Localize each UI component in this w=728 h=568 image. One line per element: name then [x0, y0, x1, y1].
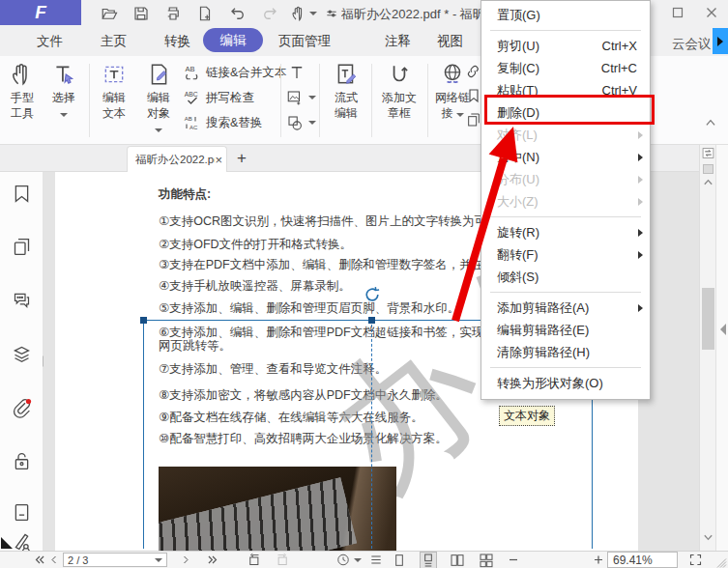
- split-view-icon[interactable]: [702, 146, 714, 160]
- edit-text-button[interactable]: 编辑文本: [94, 60, 134, 121]
- menu-item-add-clip-path[interactable]: 添加剪辑路径(A): [481, 297, 650, 319]
- add-text-button[interactable]: [288, 62, 306, 83]
- redo-icon[interactable]: [261, 5, 278, 22]
- bookmarks-panel-icon[interactable]: [12, 184, 32, 204]
- link-icon[interactable]: [466, 64, 481, 79]
- vertical-scrollbar[interactable]: [699, 145, 715, 551]
- menu-item-size[interactable]: 大小(Z): [481, 190, 650, 213]
- undo-icon[interactable]: [229, 5, 247, 22]
- read-mode-clock-icon[interactable]: [336, 553, 350, 567]
- menu-tab-file[interactable]: 文件: [37, 32, 63, 51]
- scrollbar-box[interactable]: [703, 164, 713, 174]
- link-merge-text-button[interactable]: AB 链接&合并文本: [184, 62, 286, 83]
- more-tabs-button[interactable]: [713, 28, 728, 54]
- search-replace-button[interactable]: ABAC 搜索&替换: [184, 112, 262, 133]
- menu-item-clear-clip-path[interactable]: 清除剪辑路径(H): [481, 341, 650, 363]
- layers-panel-icon[interactable]: [12, 343, 32, 363]
- first-page-icon[interactable]: [33, 553, 46, 567]
- copy-page-icon[interactable]: [466, 112, 481, 128]
- clock-dropdown-caret[interactable]: [354, 558, 362, 562]
- next-page-icon[interactable]: [180, 553, 191, 567]
- menu-item-shear[interactable]: 倾斜(S): [481, 266, 650, 288]
- edit-object-dropdown-caret[interactable]: [155, 128, 162, 132]
- pages-panel-icon[interactable]: [12, 237, 32, 257]
- zoom-out-icon[interactable]: [508, 553, 519, 567]
- save-icon[interactable]: [132, 5, 150, 22]
- scroll-down-icon[interactable]: [703, 533, 713, 542]
- menu-item-edit-clip-path[interactable]: 编辑剪辑路径(E): [481, 319, 650, 341]
- single-page-view-icon[interactable]: [392, 553, 407, 568]
- edit-text-label: 编辑文本: [100, 90, 129, 121]
- zoom-in-icon[interactable]: [593, 553, 604, 567]
- continuous-view-icon[interactable]: [421, 553, 436, 568]
- new-tab-button[interactable]: +: [237, 149, 247, 168]
- comments-panel-icon[interactable]: [12, 290, 32, 310]
- zoom-level-input[interactable]: 69.41%: [607, 552, 678, 568]
- previous-page-icon[interactable]: [48, 553, 60, 567]
- scroll-up-icon[interactable]: [703, 178, 713, 186]
- menu-item-align[interactable]: 对齐(L): [481, 124, 650, 146]
- reading-mode-icon[interactable]: [369, 553, 383, 567]
- menu-item-cut[interactable]: 剪切(U)Ctrl+X: [481, 35, 650, 57]
- menu-item-bring-to-front[interactable]: 置顶(G): [481, 4, 650, 26]
- menu-tab-pages[interactable]: 页面管理: [278, 32, 331, 51]
- web-link-dropdown-caret[interactable]: [456, 113, 464, 117]
- spell-check-button[interactable]: ABC 拼写检查: [184, 87, 254, 108]
- page-dropdown-caret[interactable]: [155, 558, 162, 562]
- menu-item-flip[interactable]: 翻转(F): [481, 243, 650, 266]
- select-tool-button[interactable]: 选择: [44, 60, 83, 120]
- add-image-dropdown-caret[interactable]: [308, 96, 316, 99]
- submenu-arrow-icon: [638, 251, 643, 259]
- facing-view-icon[interactable]: [450, 553, 465, 568]
- attachments-panel-icon[interactable]: [12, 398, 32, 418]
- previous-view-icon[interactable]: [247, 553, 261, 567]
- hand-gesture-icon[interactable]: [290, 5, 307, 22]
- menu-tab-edit-active[interactable]: 编辑: [203, 28, 263, 52]
- tab-close-icon[interactable]: ×: [215, 153, 222, 167]
- menu-tab-comment[interactable]: 注释: [385, 32, 411, 51]
- selection-handle-topleft[interactable]: [140, 317, 147, 324]
- right-panel-expand-handle[interactable]: [720, 324, 726, 335]
- new-document-icon[interactable]: [196, 5, 214, 22]
- menu-item-convert-to-shape[interactable]: 转换为形状对象(O): [481, 372, 650, 394]
- menu-item-copy[interactable]: 复制(C)Ctrl+C: [481, 57, 650, 79]
- document-tab[interactable]: 福昕办公2022.pdf * ×: [127, 146, 227, 172]
- next-view-icon[interactable]: [276, 553, 290, 567]
- menu-item-distribute[interactable]: 分布(U): [481, 168, 650, 190]
- close-button[interactable]: [703, 4, 720, 21]
- resize-grip[interactable]: [715, 555, 727, 568]
- hand-tool-button[interactable]: 手型工具: [2, 60, 43, 121]
- edit-object-button[interactable]: 编辑对象: [136, 60, 181, 135]
- fit-screen-icon[interactable]: [688, 553, 703, 567]
- selection-handle-topcenter[interactable]: [368, 317, 375, 324]
- bookmark-small-icon[interactable]: [466, 88, 481, 103]
- destinations-panel-icon[interactable]: [12, 502, 32, 523]
- menu-tab-view[interactable]: 视图: [437, 32, 463, 51]
- menu-tab-home[interactable]: 主页: [101, 32, 127, 51]
- signature-panel-icon[interactable]: [12, 531, 32, 552]
- select-dropdown-caret[interactable]: [60, 113, 68, 117]
- add-shape-dropdown-caret[interactable]: [308, 121, 316, 125]
- doc-line-6-wrap[interactable]: 网页跳转等。: [159, 338, 231, 355]
- page-number-input[interactable]: 2 / 3: [63, 553, 167, 567]
- security-panel-icon[interactable]: [12, 451, 32, 471]
- menu-item-center[interactable]: 居中(N): [481, 146, 650, 168]
- scrollbar-thumb[interactable]: [702, 288, 714, 350]
- quick-access-customize-icon[interactable]: [325, 5, 338, 22]
- rotate-handle-icon[interactable]: [363, 285, 382, 304]
- flow-edit-button[interactable]: 流式编辑: [325, 60, 367, 121]
- menu-tab-convert[interactable]: 转换: [164, 32, 190, 51]
- hand-dropdown-caret[interactable]: [309, 12, 317, 15]
- print-icon[interactable]: [164, 5, 182, 22]
- add-image-button[interactable]: [286, 87, 316, 108]
- facing-continuous-view-icon[interactable]: [479, 553, 494, 568]
- open-file-icon[interactable]: [101, 5, 118, 22]
- add-article-box-button[interactable]: 添加文章框: [375, 60, 423, 121]
- add-shape-button[interactable]: [286, 112, 316, 133]
- last-page-icon[interactable]: [206, 553, 219, 567]
- ribbon-separator: [371, 64, 372, 137]
- collapse-ribbon-icon[interactable]: [704, 117, 717, 128]
- maximize-button[interactable]: [669, 4, 686, 21]
- menu-tab-cloud-meeting[interactable]: 云会议: [672, 35, 712, 54]
- menu-item-rotate[interactable]: 旋转(R): [481, 221, 650, 243]
